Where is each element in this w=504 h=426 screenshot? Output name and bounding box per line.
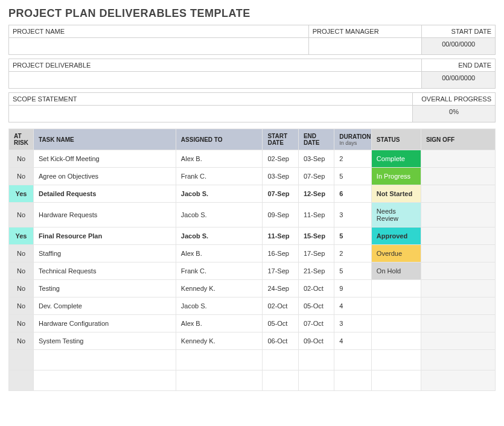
cell-start-date[interactable]: 24-Sep [263, 280, 298, 297]
cell-duration[interactable]: 6 [334, 185, 372, 203]
cell-empty[interactable] [34, 370, 176, 391]
cell-sign-off[interactable] [421, 280, 495, 297]
cell-duration[interactable]: 4 [334, 297, 372, 315]
cell-end-date[interactable]: 02-Oct [298, 280, 334, 297]
cell-status[interactable] [371, 297, 421, 315]
cell-at-risk[interactable]: No [9, 315, 34, 332]
cell-sign-off[interactable] [421, 203, 495, 227]
cell-status[interactable] [371, 280, 421, 297]
cell-status[interactable]: In Progress [371, 168, 421, 185]
cell-task-name[interactable]: Detailed Requests [34, 185, 176, 203]
cell-duration[interactable]: 5 [334, 227, 372, 245]
cell-duration[interactable]: 9 [334, 280, 372, 297]
cell-task-name[interactable]: Testing [34, 280, 176, 297]
cell-sign-off[interactable] [421, 262, 495, 280]
cell-end-date[interactable]: 12-Sep [298, 185, 334, 203]
input-project-name[interactable] [9, 38, 309, 55]
cell-end-date[interactable]: 15-Sep [298, 227, 334, 245]
cell-empty[interactable] [334, 350, 372, 370]
cell-duration[interactable]: 2 [334, 245, 372, 262]
cell-start-date[interactable]: 17-Sep [263, 262, 298, 280]
cell-start-date[interactable]: 06-Oct [263, 332, 298, 350]
cell-status[interactable] [371, 332, 421, 350]
cell-start-date[interactable]: 16-Sep [263, 245, 298, 262]
cell-empty[interactable] [371, 350, 421, 370]
cell-assigned-to[interactable]: Jacob S. [176, 185, 263, 203]
cell-duration[interactable]: 5 [334, 168, 372, 185]
cell-end-date[interactable]: 11-Sep [298, 203, 334, 227]
cell-status[interactable]: Needs Review [371, 203, 421, 227]
cell-task-name[interactable]: Agree on Objectives [34, 168, 176, 185]
cell-sign-off[interactable] [421, 168, 495, 185]
cell-duration[interactable]: 4 [334, 332, 372, 350]
cell-task-name[interactable]: Hardware Configuration [34, 315, 176, 332]
cell-duration[interactable]: 3 [334, 203, 372, 227]
cell-sign-off[interactable] [421, 150, 495, 168]
cell-empty[interactable] [263, 370, 298, 391]
cell-sign-off[interactable] [421, 227, 495, 245]
cell-sign-off[interactable] [421, 332, 495, 350]
cell-sign-off[interactable] [421, 245, 495, 262]
input-start-date[interactable]: 00/00/0000 [422, 38, 496, 55]
cell-status[interactable]: Overdue [371, 245, 421, 262]
cell-duration[interactable]: 2 [334, 150, 372, 168]
cell-start-date[interactable]: 07-Sep [263, 185, 298, 203]
cell-start-date[interactable]: 09-Sep [263, 203, 298, 227]
cell-assigned-to[interactable]: Alex B. [176, 150, 263, 168]
cell-task-name[interactable]: System Testing [34, 332, 176, 350]
cell-at-risk[interactable]: No [9, 245, 34, 262]
cell-at-risk[interactable]: No [9, 297, 34, 315]
input-project-deliverable[interactable] [9, 72, 422, 89]
cell-status[interactable]: Approved [371, 227, 421, 245]
cell-status[interactable]: On Hold [371, 262, 421, 280]
cell-empty[interactable] [9, 370, 34, 391]
cell-at-risk[interactable]: Yes [9, 185, 34, 203]
cell-at-risk[interactable]: Yes [9, 227, 34, 245]
cell-status[interactable]: Not Started [371, 185, 421, 203]
cell-empty[interactable] [334, 370, 372, 391]
cell-empty[interactable] [34, 350, 176, 370]
cell-at-risk[interactable]: No [9, 168, 34, 185]
cell-start-date[interactable]: 05-Oct [263, 315, 298, 332]
cell-status[interactable] [371, 315, 421, 332]
cell-assigned-to[interactable]: Frank C. [176, 262, 263, 280]
cell-assigned-to[interactable]: Alex B. [176, 315, 263, 332]
cell-empty[interactable] [176, 370, 263, 391]
cell-at-risk[interactable]: No [9, 332, 34, 350]
cell-end-date[interactable]: 07-Oct [298, 315, 334, 332]
cell-assigned-to[interactable]: Kennedy K. [176, 332, 263, 350]
cell-end-date[interactable]: 03-Sep [298, 150, 334, 168]
input-project-manager[interactable] [308, 38, 422, 55]
cell-assigned-to[interactable]: Kennedy K. [176, 280, 263, 297]
cell-empty[interactable] [421, 350, 495, 370]
cell-end-date[interactable]: 05-Oct [298, 297, 334, 315]
cell-sign-off[interactable] [421, 185, 495, 203]
cell-assigned-to[interactable]: Alex B. [176, 245, 263, 262]
cell-empty[interactable] [371, 370, 421, 391]
cell-assigned-to[interactable]: Jacob S. [176, 203, 263, 227]
cell-task-name[interactable]: Hardware Requests [34, 203, 176, 227]
cell-at-risk[interactable]: No [9, 203, 34, 227]
cell-start-date[interactable]: 11-Sep [263, 227, 298, 245]
cell-task-name[interactable]: Dev. Complete [34, 297, 176, 315]
cell-assigned-to[interactable]: Jacob S. [176, 297, 263, 315]
cell-empty[interactable] [263, 350, 298, 370]
cell-sign-off[interactable] [421, 297, 495, 315]
cell-start-date[interactable]: 03-Sep [263, 168, 298, 185]
cell-empty[interactable] [298, 350, 334, 370]
cell-end-date[interactable]: 09-Oct [298, 332, 334, 350]
cell-task-name[interactable]: Staffing [34, 245, 176, 262]
cell-empty[interactable] [176, 350, 263, 370]
cell-end-date[interactable]: 21-Sep [298, 262, 334, 280]
cell-duration[interactable]: 3 [334, 315, 372, 332]
cell-assigned-to[interactable]: Frank C. [176, 168, 263, 185]
cell-empty[interactable] [421, 370, 495, 391]
cell-start-date[interactable]: 02-Oct [263, 297, 298, 315]
cell-assigned-to[interactable]: Jacob S. [176, 227, 263, 245]
cell-status[interactable]: Complete [371, 150, 421, 168]
cell-task-name[interactable]: Final Resource Plan [34, 227, 176, 245]
cell-at-risk[interactable]: No [9, 150, 34, 168]
cell-task-name[interactable]: Technical Requests [34, 262, 176, 280]
cell-end-date[interactable]: 17-Sep [298, 245, 334, 262]
cell-empty[interactable] [9, 350, 34, 370]
